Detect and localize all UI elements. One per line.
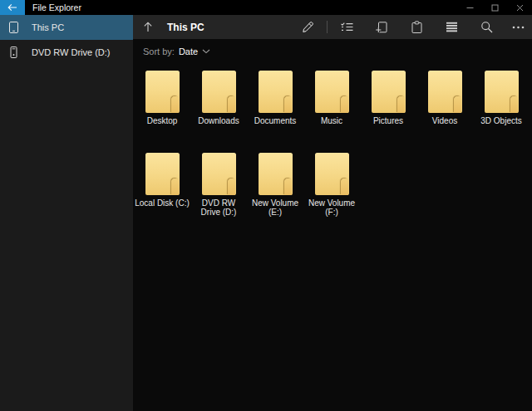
folder-item-downloads[interactable]: Downloads <box>190 71 247 125</box>
sidebar-item-label: This PC <box>32 22 64 32</box>
folder-item-videos[interactable]: Videos <box>416 71 473 125</box>
see-more-button[interactable] <box>504 15 532 39</box>
folder-icon <box>372 71 406 113</box>
folder-item-new-volume-e[interactable]: New Volume (E:) <box>247 153 303 217</box>
sidebar-item-dvd-drive[interactable]: DVD RW Drive (D:) <box>0 40 133 65</box>
back-arrow-icon <box>7 3 17 12</box>
folder-icon <box>315 153 349 195</box>
folder-label: Documents <box>254 116 297 125</box>
pc-tablet-icon <box>7 21 20 34</box>
folder-icon <box>428 71 462 113</box>
app-body: This PC DVD RW Drive (D:) This PC <box>0 15 532 411</box>
folder-icon <box>259 153 293 195</box>
folder-icon <box>259 71 293 113</box>
paste-clipboard-icon <box>411 21 423 34</box>
main-pane: This PC <box>133 15 532 411</box>
toolbar-actions <box>290 15 532 39</box>
folder-item-3d-objects[interactable]: 3D Objects <box>473 71 530 125</box>
file-explorer-window: File Explorer This PC <box>0 0 532 411</box>
folder-grid-row-1: Desktop Downloads Documents Music <box>134 71 532 125</box>
folder-label: 3D Objects <box>480 116 521 125</box>
folder-grid-row-2: Local Disk (C:) DVD RW Drive (D:) New Vo… <box>134 153 532 217</box>
sort-by-dropdown[interactable]: Sort by: Date <box>143 46 210 57</box>
dvd-drive-icon <box>7 46 20 59</box>
folder-icon <box>202 153 236 195</box>
edit-button[interactable] <box>290 15 325 39</box>
window-title: File Explorer <box>32 0 81 15</box>
folder-item-local-disk-c[interactable]: Local Disk (C:) <box>134 153 190 217</box>
folder-icon <box>315 71 349 113</box>
folder-label: Downloads <box>198 116 239 125</box>
minimize-button[interactable] <box>457 0 482 15</box>
sidebar-item-label: DVD RW Drive (D:) <box>32 47 111 57</box>
folder-item-new-volume-f[interactable]: New Volume (F:) <box>303 153 360 217</box>
chevron-down-icon <box>202 49 210 54</box>
multi-select-icon <box>340 22 353 32</box>
folder-item-dvd-rw-drive-d[interactable]: DVD RW Drive (D:) <box>190 153 247 217</box>
close-button[interactable] <box>507 0 532 15</box>
list-view-button[interactable] <box>434 15 469 39</box>
paste-button[interactable] <box>399 15 434 39</box>
folder-item-documents[interactable]: Documents <box>247 71 303 125</box>
folder-label: DVD RW Drive (D:) <box>191 198 246 217</box>
new-item-button[interactable] <box>364 15 399 39</box>
location-title: This PC <box>167 22 204 33</box>
folder-label: Pictures <box>373 116 403 125</box>
back-button[interactable] <box>0 0 25 15</box>
sort-by-label: Sort by: <box>143 46 175 56</box>
close-icon <box>516 4 524 12</box>
sidebar-item-this-pc[interactable]: This PC <box>0 15 133 40</box>
folder-label: New Volume (E:) <box>248 198 303 217</box>
folder-icon <box>485 71 519 113</box>
folder-label: Local Disk (C:) <box>135 198 190 208</box>
folder-label: Videos <box>432 116 457 125</box>
up-arrow-icon <box>143 22 153 32</box>
folder-item-music[interactable]: Music <box>303 71 360 125</box>
up-navigation-button[interactable] <box>138 15 158 39</box>
folder-icon <box>202 71 236 113</box>
titlebar: File Explorer <box>0 0 532 15</box>
minimize-icon <box>466 4 474 12</box>
list-view-icon <box>446 22 458 32</box>
folder-content: Sort by: Date Desktop Downloads <box>133 39 532 411</box>
edit-pencil-icon <box>302 21 314 33</box>
new-item-icon <box>375 21 388 34</box>
search-button[interactable] <box>469 15 504 39</box>
folder-label: Music <box>321 116 342 125</box>
toolbar-separator <box>327 21 328 33</box>
toolbar: This PC <box>133 15 532 39</box>
caption-buttons <box>457 0 532 15</box>
folder-icon <box>145 71 180 113</box>
folder-label: Desktop <box>147 116 178 125</box>
sidebar: This PC DVD RW Drive (D:) <box>0 15 133 411</box>
folder-item-pictures[interactable]: Pictures <box>360 71 416 125</box>
maximize-button[interactable] <box>482 0 507 15</box>
sort-by-value: Date <box>179 46 198 56</box>
search-icon <box>480 21 493 33</box>
multi-select-button[interactable] <box>329 15 364 39</box>
folder-label: New Volume (F:) <box>304 198 359 217</box>
maximize-icon <box>491 4 499 12</box>
folder-item-desktop[interactable]: Desktop <box>134 71 190 125</box>
ellipsis-icon <box>512 26 525 29</box>
folder-icon <box>145 153 180 195</box>
